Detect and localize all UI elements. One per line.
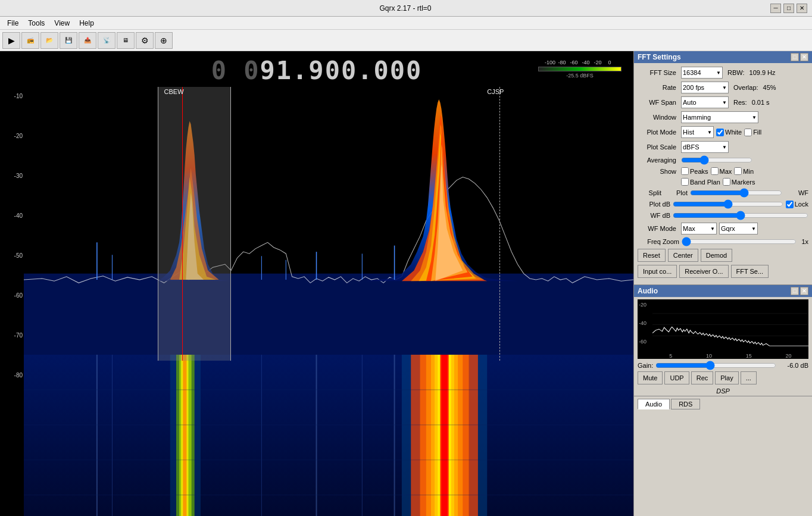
menu-help[interactable]: Help	[74, 18, 99, 29]
demod-button[interactable]: Demod	[701, 249, 732, 262]
fft-panel-restore[interactable]: □	[791, 53, 799, 61]
wf-span-value: Auto	[683, 99, 697, 106]
antenna-button[interactable]: 📡	[98, 32, 115, 49]
wf-palette-value: Gqrx	[721, 225, 735, 232]
play-button[interactable]: ▶	[2, 32, 20, 49]
fft-canvas[interactable]: CBEW CJSP	[24, 87, 633, 361]
fill-check-label[interactable]: Fill	[744, 129, 761, 136]
tab-audio[interactable]: Audio	[638, 399, 670, 409]
window-select[interactable]: Hamming ▼	[681, 111, 758, 123]
res-value: 0.01 s	[752, 99, 770, 106]
fft-panel-close[interactable]: ✕	[800, 53, 808, 61]
crosshair-button[interactable]: ⊕	[155, 32, 173, 49]
rate-select[interactable]: 200 fps ▼	[681, 82, 729, 93]
plot-db-slider[interactable]	[673, 200, 783, 208]
band-plan-checkbox[interactable]	[681, 178, 689, 186]
fft-size-arrow: ▼	[716, 70, 721, 76]
window-controls[interactable]: ─ □ ✕	[770, 4, 807, 13]
split-row: Split Plot WF	[638, 189, 808, 197]
wf-palette-select[interactable]: Gqrx ▼	[719, 223, 758, 234]
fill-checkbox[interactable]	[744, 129, 752, 136]
fft-plot-area[interactable]: -10 -20 -30 -40 -50 -60 -70 -80 CBEW CJS…	[0, 87, 633, 384]
input-co-button[interactable]: Input co...	[638, 265, 677, 278]
averaging-label: Averaging	[638, 157, 676, 164]
plot-mode-select[interactable]: Hist ▼	[681, 126, 714, 138]
markers-checkbox[interactable]	[723, 178, 730, 186]
menu-view[interactable]: View	[49, 18, 74, 29]
fft-size-value: 16384	[683, 69, 701, 76]
receiver-o-button[interactable]: Receiver O...	[679, 265, 728, 278]
audio-canvas: -20 -40 -60	[638, 299, 808, 359]
y-axis: -10 -20 -30 -40 -50 -60 -70 -80	[0, 87, 24, 384]
audio-y-2: -60	[639, 339, 647, 345]
band-plan-check-text: Band Plan	[690, 179, 720, 186]
freq-zoom-slider[interactable]	[682, 237, 797, 246]
close-button[interactable]: ✕	[797, 4, 807, 13]
minimize-button[interactable]: ─	[770, 4, 781, 13]
waterfall-area[interactable]	[24, 355, 633, 516]
wf-mode-select[interactable]: Max ▼	[681, 223, 717, 234]
plot-mode-label: Plot Mode	[638, 129, 676, 136]
audio-panel-controls[interactable]: □ ✕	[791, 287, 808, 295]
plot-label: Plot	[664, 189, 688, 196]
gain-slider[interactable]	[655, 361, 776, 370]
averaging-slider[interactable]	[681, 156, 752, 164]
menu-file[interactable]: File	[2, 18, 23, 29]
audio-panel-close[interactable]: ✕	[800, 287, 808, 295]
tab-rds[interactable]: RDS	[671, 399, 700, 409]
peaks-check-label[interactable]: Peaks	[681, 167, 708, 175]
export-button[interactable]: 📤	[79, 32, 96, 49]
min-check-label[interactable]: Min	[734, 167, 754, 175]
wf-mode-row: WF Mode Max ▼ Gqrx ▼	[638, 223, 808, 234]
center-button[interactable]: Center	[668, 249, 698, 262]
scale-label-3: -40	[580, 60, 592, 65]
udp-button[interactable]: UDP	[664, 371, 689, 384]
reset-button[interactable]: Reset	[638, 249, 666, 262]
more-button[interactable]: ...	[741, 371, 757, 384]
white-check-label[interactable]: White	[716, 129, 742, 136]
overlap-value: 45%	[763, 84, 776, 91]
settings-panel: FFT Settings □ ✕ FFT Size 16384 ▼ RBW: 1…	[633, 51, 812, 516]
plot-scale-arrow: ▼	[722, 145, 727, 150]
peaks-checkbox[interactable]	[681, 167, 689, 175]
audio-panel-restore[interactable]: □	[791, 287, 799, 295]
max-check-label[interactable]: Max	[711, 167, 732, 175]
markers-check-label[interactable]: Markers	[723, 178, 755, 186]
scale-gradient	[538, 67, 622, 71]
white-checkbox[interactable]	[716, 129, 724, 136]
frequency-display: 0 091.900.000	[211, 56, 423, 85]
open-button[interactable]: 📂	[40, 32, 58, 49]
max-checkbox[interactable]	[711, 167, 719, 175]
y-label-7: -80	[1, 372, 23, 379]
rec-button[interactable]: Rec	[691, 371, 714, 384]
spectrum-panel[interactable]: 0 091.900.000 -100 -80 -60 -40 -20 0 -25…	[0, 51, 633, 516]
play-audio-button[interactable]: Play	[715, 371, 738, 384]
plot-scale-select[interactable]: dBFS ▼	[681, 141, 729, 153]
fft-se-button[interactable]: FFT Se...	[731, 265, 769, 278]
lock-checkbox[interactable]	[786, 201, 794, 208]
show-label: Show	[638, 168, 676, 175]
min-check-text: Min	[743, 168, 754, 175]
band-plan-check-label[interactable]: Band Plan	[681, 178, 720, 186]
hardware-button[interactable]: 📻	[21, 32, 39, 49]
plot-mode-arrow: ▼	[707, 130, 712, 135]
y-label-5: -60	[1, 292, 23, 299]
fft-size-select[interactable]: 16384 ▼	[681, 67, 723, 79]
save-button[interactable]: 💾	[60, 32, 77, 49]
wf-span-select[interactable]: Auto ▼	[681, 96, 729, 108]
split-slider[interactable]	[690, 189, 782, 197]
fft-panel-controls[interactable]: □ ✕	[791, 53, 808, 61]
settings-button[interactable]: ⚙	[136, 32, 154, 49]
mute-button[interactable]: Mute	[638, 371, 663, 384]
menu-bar: File Tools View Help	[0, 17, 812, 30]
fft-size-label: FFT Size	[638, 69, 676, 76]
fft-settings-header: FFT Settings □ ✕	[634, 51, 812, 63]
wf-db-slider[interactable]	[673, 211, 808, 220]
screen-button[interactable]: 🖥	[117, 32, 135, 49]
min-checkbox[interactable]	[734, 167, 742, 175]
lock-check-label[interactable]: Lock	[786, 201, 808, 208]
audio-buttons: Mute UDP Rec Play ...	[634, 371, 812, 384]
menu-tools[interactable]: Tools	[23, 18, 49, 29]
maximize-button[interactable]: □	[783, 4, 794, 13]
show-row: Show Peaks Max Min	[638, 167, 808, 175]
